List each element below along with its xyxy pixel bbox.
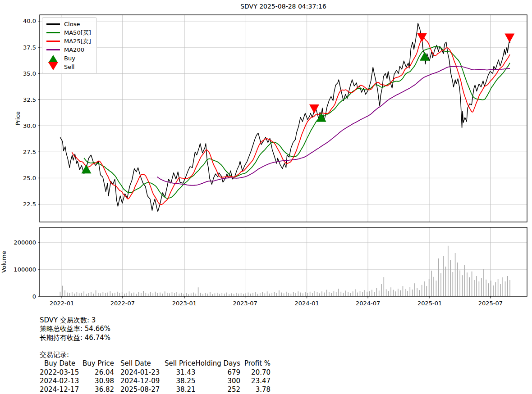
ma25-line xyxy=(72,38,510,205)
axes-spines xyxy=(40,15,527,296)
trade-record-row: 2024-02-1330.982024-12-0938.2530023.47 xyxy=(40,377,271,385)
trade-col-header: Buy Price xyxy=(83,359,114,368)
legend-item-close: Close xyxy=(46,20,91,28)
trade-count-line: SDVY 交易次数: 3 xyxy=(40,316,271,325)
legend-line-swatch xyxy=(46,49,60,50)
legend-label: MA50[买] xyxy=(64,28,91,37)
volume-ytick-label: 100000 xyxy=(14,266,36,273)
trade-record-cell: 26.04 xyxy=(83,368,114,377)
trade-record-cell: 2022-03-15 xyxy=(40,368,83,377)
trade-record-row: 2022-03-1526.042024-01-2331.4367920.70 xyxy=(40,368,271,377)
trade-record-cell: 30.98 xyxy=(83,377,114,385)
trade-record-cell: 2024-12-17 xyxy=(40,385,83,394)
axis-titles: PriceVolume xyxy=(0,111,21,273)
xtick-label: 2025-07 xyxy=(478,300,503,307)
close-line xyxy=(60,23,510,212)
trade-col-header: Holding Days xyxy=(196,359,241,368)
trade-record-cell: 3.78 xyxy=(240,385,271,394)
price-ytick-label: 35.0 xyxy=(23,70,36,77)
volume-ytick-label: 200000 xyxy=(14,239,36,246)
trade-record-cell: 23.47 xyxy=(240,377,271,385)
legend-item-sell: Sell xyxy=(46,63,91,71)
legend: CloseMA50[买]MA25[卖]MA200BuySell xyxy=(42,17,97,74)
ma50-line xyxy=(84,47,510,199)
price-ytick-label: 25.0 xyxy=(23,175,36,181)
buy-markers xyxy=(82,52,430,174)
trade-col-header: Buy Date xyxy=(40,359,83,368)
price-axis-label: Price xyxy=(14,111,21,126)
trade-record-cell: 2025-08-27 xyxy=(114,385,165,394)
price-ytick-label: 37.5 xyxy=(23,44,36,51)
trade-record-cell: 2024-12-09 xyxy=(114,377,165,385)
trade-records-table: Buy DateBuy PriceSell DateSell PriceHold… xyxy=(40,359,271,394)
legend-line-swatch xyxy=(46,23,60,25)
trade-col-header: Sell Date xyxy=(114,359,165,368)
legend-label: MA25[卖] xyxy=(64,37,91,45)
trade-records-header-row: Buy DateBuy PriceSell DateSell PriceHold… xyxy=(40,359,271,368)
trade-record-cell: 300 xyxy=(196,377,241,385)
legend-label: Sell xyxy=(64,63,74,71)
legend-label: MA200 xyxy=(64,45,84,54)
price-ytick-label: 30.0 xyxy=(23,122,36,129)
figure-canvas: SDVY 2025-08-28 04:37:16 22.525.027.530.… xyxy=(0,0,532,394)
trade-col-header: Profit % xyxy=(240,359,271,368)
sell-marker-icon xyxy=(46,63,60,70)
legend-item-ma25: MA25[卖] xyxy=(46,37,91,45)
trade-record-cell: 36.82 xyxy=(83,385,114,394)
xtick-label: 2022-01 xyxy=(50,300,74,307)
grid-lines xyxy=(40,15,527,296)
price-ytick-label: 22.5 xyxy=(23,201,36,208)
xtick-label: 2022-07 xyxy=(110,300,135,307)
trade-record-cell: 679 xyxy=(196,368,241,377)
trade-record-cell: 2024-01-23 xyxy=(114,368,165,377)
xtick-label: 2023-01 xyxy=(172,300,197,307)
trade-record-row: 2024-12-1736.822025-08-2738.212523.78 xyxy=(40,385,271,394)
trade-record-cell: 2024-02-13 xyxy=(40,377,83,385)
xtick-label: 2024-07 xyxy=(356,300,380,307)
volume-bars xyxy=(60,246,510,296)
legend-label: Buy xyxy=(64,54,75,63)
trade-record-cell: 31.43 xyxy=(165,368,195,377)
volume-axis-label: Volume xyxy=(0,251,7,272)
legend-item-ma50: MA50[买] xyxy=(46,28,91,37)
trade-record-cell: 38.25 xyxy=(165,377,195,385)
legend-line-swatch xyxy=(46,32,60,33)
legend-item-buy: Buy xyxy=(46,54,91,63)
buyhold-return-line: 长期持有收益: 46.74% xyxy=(40,334,271,342)
stats-block: SDVY 交易次数: 3 策略总收益率: 54.66% 长期持有收益: 46.7… xyxy=(40,316,271,394)
spacer xyxy=(40,342,271,351)
trade-records-title: 交易记录: xyxy=(40,351,271,359)
strategy-return-line: 策略总收益率: 54.66% xyxy=(40,325,271,333)
xtick-label: 2023-07 xyxy=(233,300,257,307)
xtick-label: 2024-01 xyxy=(294,300,319,307)
trade-record-cell: 20.70 xyxy=(240,368,271,377)
buy-marker-icon xyxy=(46,55,60,62)
trade-record-cell: 38.21 xyxy=(165,385,195,394)
price-ytick-label: 32.5 xyxy=(23,96,36,103)
price-ytick-label: 27.5 xyxy=(23,149,36,155)
xtick-label: 2025-01 xyxy=(417,300,442,307)
trade-col-header: Sell Price xyxy=(165,359,195,368)
legend-label: Close xyxy=(64,20,80,28)
volume-ytick-label: 0 xyxy=(32,293,36,300)
legend-item-ma200: MA200 xyxy=(46,45,91,54)
price-ytick-label: 40.0 xyxy=(23,18,36,24)
legend-line-swatch xyxy=(46,41,60,42)
trade-record-cell: 252 xyxy=(196,385,241,394)
